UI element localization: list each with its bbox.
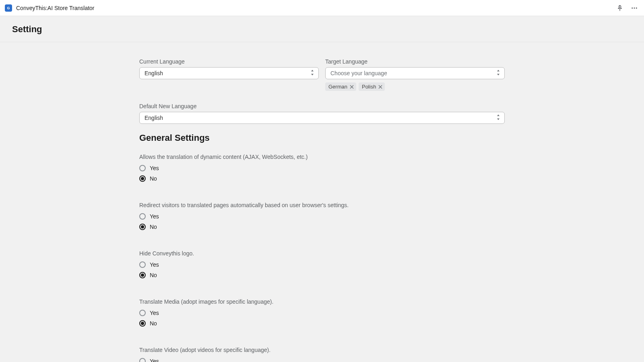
current-language-value: English: [139, 67, 319, 79]
svg-point-1: [634, 7, 635, 8]
language-row: Current Language English Target Language…: [139, 58, 505, 91]
pin-button[interactable]: [616, 4, 624, 12]
radio-label: No: [150, 272, 157, 278]
radio-label: No: [150, 224, 157, 230]
question-label: Hide Conveythis logo.: [139, 250, 505, 257]
radio-label: Yes: [150, 213, 159, 220]
more-horizontal-icon: [631, 4, 638, 12]
target-language-label: Target Language: [325, 58, 505, 65]
radio-option-yes[interactable]: Yes: [139, 358, 505, 362]
radio-indicator: [139, 310, 146, 316]
radio-option-no[interactable]: No: [139, 320, 505, 327]
settings-form: Current Language English Target Language…: [139, 58, 505, 362]
radio-indicator: [139, 213, 146, 220]
radio-option-yes[interactable]: Yes: [139, 261, 505, 268]
current-language-field: Current Language English: [139, 58, 319, 91]
question-block: Translate Media (adopt images for specif…: [139, 298, 505, 327]
question-block: Hide Conveythis logo.YesNo: [139, 250, 505, 278]
pin-icon: [617, 5, 623, 11]
radio-label: Yes: [150, 310, 159, 316]
radio-label: No: [150, 320, 157, 327]
radio-option-yes[interactable]: Yes: [139, 213, 505, 220]
radio-label: Yes: [150, 261, 159, 268]
question-block: Translate Video (adopt videos for specif…: [139, 347, 505, 362]
svg-point-0: [632, 7, 633, 8]
radio-indicator: [139, 224, 146, 230]
question-label: Translate Video (adopt videos for specif…: [139, 347, 505, 353]
target-language-field: Target Language Choose your language Ger…: [325, 58, 505, 91]
app-logo-icon: G: [5, 4, 12, 12]
default-new-language-field: Default New Language English: [139, 103, 505, 124]
app-title: ConveyThis:AI Store Translator: [16, 5, 95, 11]
radio-indicator: [139, 165, 146, 171]
target-language-select[interactable]: Choose your language: [325, 67, 505, 79]
current-language-label: Current Language: [139, 58, 319, 65]
language-tag-label: German: [328, 84, 347, 90]
radio-option-no[interactable]: No: [139, 272, 505, 278]
question-block: Allows the translation of dynamic conten…: [139, 154, 505, 182]
radio-indicator: [139, 261, 146, 268]
language-tag: German: [325, 82, 356, 91]
default-new-language-value: English: [139, 112, 505, 124]
target-language-placeholder: Choose your language: [325, 67, 505, 79]
close-icon: [378, 85, 382, 89]
page-title: Setting: [12, 24, 632, 35]
radio-option-no[interactable]: No: [139, 175, 505, 182]
question-label: Redirect visitors to translated pages au…: [139, 202, 505, 208]
language-tag: Polish: [359, 82, 385, 91]
radio-label: No: [150, 175, 157, 182]
language-tag-label: Polish: [362, 84, 376, 90]
content-area: Current Language English Target Language…: [0, 42, 644, 362]
question-label: Translate Media (adopt images for specif…: [139, 298, 505, 305]
question-block: Redirect visitors to translated pages au…: [139, 202, 505, 230]
target-language-tags: German Polish: [325, 82, 505, 91]
close-icon: [350, 85, 354, 89]
general-questions: Allows the translation of dynamic conten…: [139, 154, 505, 362]
app-topbar: G ConveyThis:AI Store Translator: [0, 0, 644, 16]
radio-label: Yes: [150, 358, 159, 362]
radio-option-yes[interactable]: Yes: [139, 165, 505, 171]
radio-indicator: [139, 272, 146, 278]
radio-option-no[interactable]: No: [139, 224, 505, 230]
more-button[interactable]: [630, 4, 638, 12]
general-settings-heading: General Settings: [139, 133, 505, 143]
radio-indicator: [139, 175, 146, 182]
default-new-language-select[interactable]: English: [139, 112, 505, 124]
remove-tag-button[interactable]: [378, 85, 382, 89]
topbar-left: G ConveyThis:AI Store Translator: [5, 4, 95, 12]
default-new-language-label: Default New Language: [139, 103, 505, 109]
current-language-select[interactable]: English: [139, 67, 319, 79]
topbar-right: [616, 4, 638, 12]
radio-indicator: [139, 320, 146, 327]
svg-point-2: [636, 7, 637, 8]
radio-option-yes[interactable]: Yes: [139, 310, 505, 316]
remove-tag-button[interactable]: [350, 85, 354, 89]
page-heading-area: Setting: [0, 16, 644, 42]
radio-indicator: [139, 358, 146, 362]
radio-label: Yes: [150, 165, 159, 171]
question-label: Allows the translation of dynamic conten…: [139, 154, 505, 160]
